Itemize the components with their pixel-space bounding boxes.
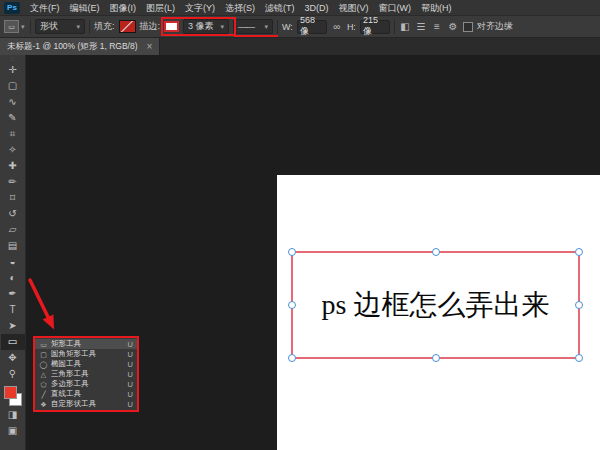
transform-handle[interactable]: [288, 301, 296, 309]
fill-label: 填充:: [94, 20, 115, 33]
transform-handle[interactable]: [432, 248, 440, 256]
path-arrangement-icon[interactable]: ≡: [431, 21, 443, 32]
eraser-tool[interactable]: ▱: [1, 222, 25, 238]
annotation-underline: [234, 35, 278, 37]
flyout-item-label: 三角形工具: [51, 369, 125, 379]
toolbar: ∷ ✛ ▢ ∿ ✎ ⌗ ✧ ✚ ✏ ⌑ ↺ ▱ ▤ ◒ ◐ ✒ T ➤ ▭ ✥ …: [0, 55, 26, 450]
menu-3d[interactable]: 3D(D): [300, 0, 334, 16]
polygon-icon: ⬠: [39, 381, 48, 388]
transform-handle[interactable]: [288, 248, 296, 256]
tool-mode-select[interactable]: 形状 ▾: [35, 19, 85, 34]
flyout-item-rectangle-tool[interactable]: ▭ 矩形工具 U: [35, 339, 137, 349]
document-tab[interactable]: 未标题-1 @ 100% (矩形 1, RGB/8) ×: [0, 38, 160, 55]
document-tab-title: 未标题-1 @ 100% (矩形 1, RGB/8): [7, 41, 138, 53]
path-alignment-icon[interactable]: ☰: [415, 21, 427, 32]
menu-filter[interactable]: 滤镜(T): [260, 0, 300, 16]
marquee-tool[interactable]: ▢: [1, 78, 25, 94]
separator: [30, 20, 31, 34]
transform-handle[interactable]: [575, 354, 583, 362]
transform-handle[interactable]: [575, 248, 583, 256]
flyout-item-label: 椭圆工具: [51, 359, 125, 369]
triangle-icon: △: [39, 371, 48, 378]
path-operations-icon[interactable]: ◧: [399, 21, 411, 32]
chevron-down-icon: ▾: [21, 23, 25, 30]
history-brush-tool[interactable]: ↺: [1, 206, 25, 222]
menu-help[interactable]: 帮助(H): [416, 0, 457, 16]
separator: [277, 20, 278, 34]
gear-icon[interactable]: ⚙: [447, 21, 459, 32]
clone-stamp-tool[interactable]: ⌑: [1, 190, 25, 206]
stroke-width-value: 3 像素: [188, 20, 214, 33]
flyout-item-label: 多边形工具: [51, 379, 125, 389]
menu-window[interactable]: 窗口(W): [374, 0, 417, 16]
menu-view[interactable]: 视图(V): [334, 0, 374, 16]
link-dimensions-icon[interactable]: ∞: [331, 21, 343, 32]
stroke-type-select[interactable]: —— ▾: [233, 19, 273, 34]
stroke-type-sample: ——: [238, 22, 254, 32]
flyout-item-triangle-tool[interactable]: △ 三角形工具 U: [35, 369, 137, 379]
path-selection-tool[interactable]: ➤: [1, 318, 25, 334]
transform-handle[interactable]: [575, 301, 583, 309]
align-edges-label: 对齐边缘: [477, 20, 513, 33]
flyout-item-shortcut: U: [128, 370, 133, 379]
dodge-tool[interactable]: ◐: [1, 270, 25, 286]
height-field[interactable]: 215 像: [360, 20, 390, 34]
menu-file[interactable]: 文件(F): [25, 0, 65, 16]
flyout-item-rounded-rectangle-tool[interactable]: ▢ 圆角矩形工具 U: [35, 349, 137, 359]
flyout-item-label: 圆角矩形工具: [51, 349, 125, 359]
quick-selection-tool[interactable]: ✎: [1, 110, 25, 126]
transform-handle[interactable]: [432, 354, 440, 362]
flyout-item-shortcut: U: [128, 400, 133, 409]
shape-rectangle[interactable]: ps 边框怎么弄出来: [291, 251, 580, 359]
menu-image[interactable]: 图像(I): [105, 0, 142, 16]
tool-preset-picker[interactable]: ▭ ▾: [4, 20, 26, 33]
brush-tool[interactable]: ✏: [1, 174, 25, 190]
spot-healing-tool[interactable]: ✚: [1, 158, 25, 174]
screen-mode-icon[interactable]: ▣: [1, 423, 25, 439]
photoshop-logo: Ps: [4, 2, 20, 14]
gradient-tool[interactable]: ▤: [1, 238, 25, 254]
flyout-item-label: 矩形工具: [51, 339, 125, 349]
document-canvas[interactable]: ps 边框怎么弄出来: [277, 175, 600, 450]
move-tool[interactable]: ✛: [1, 62, 25, 78]
separator: [394, 20, 395, 34]
flyout-item-ellipse-tool[interactable]: ◯ 椭圆工具 U: [35, 359, 137, 369]
lasso-tool[interactable]: ∿: [1, 94, 25, 110]
menu-select[interactable]: 选择(S): [220, 0, 260, 16]
foreground-color-swatch[interactable]: [4, 386, 17, 399]
stroke-color-swatch[interactable]: [164, 21, 179, 32]
width-field-value: 568 像: [300, 15, 324, 38]
width-field-label: W:: [282, 22, 293, 32]
chevron-down-icon: ▾: [265, 23, 269, 30]
tool-mode-value: 形状: [40, 20, 58, 33]
flyout-item-shortcut: U: [128, 360, 133, 369]
flyout-item-polygon-tool[interactable]: ⬠ 多边形工具 U: [35, 379, 137, 389]
rectangle-tool[interactable]: ▭: [1, 334, 25, 350]
menu-type[interactable]: 文字(Y): [180, 0, 220, 16]
blur-tool[interactable]: ◒: [1, 254, 25, 270]
fill-color-swatch[interactable]: [119, 20, 136, 33]
type-tool[interactable]: T: [1, 302, 25, 318]
pen-tool[interactable]: ✒: [1, 286, 25, 302]
flyout-item-shortcut: U: [128, 340, 133, 349]
width-field[interactable]: 568 像: [297, 20, 327, 34]
flyout-item-shortcut: U: [128, 390, 133, 399]
custom-shape-icon: ❖: [39, 401, 48, 408]
zoom-tool[interactable]: ⚲: [1, 366, 25, 382]
flyout-item-label: 自定形状工具: [51, 399, 125, 409]
align-edges-checkbox[interactable]: [463, 22, 473, 32]
quick-mask-icon[interactable]: ◨: [1, 407, 25, 423]
crop-tool[interactable]: ⌗: [1, 126, 25, 142]
flyout-item-line-tool[interactable]: ╱ 直线工具 U: [35, 389, 137, 399]
menu-layer[interactable]: 图层(L): [141, 0, 180, 16]
menu-edit[interactable]: 编辑(E): [65, 0, 105, 16]
eyedropper-tool[interactable]: ✧: [1, 142, 25, 158]
flyout-item-custom-shape-tool[interactable]: ❖ 自定形状工具 U: [35, 399, 137, 409]
transform-handle[interactable]: [288, 354, 296, 362]
close-icon[interactable]: ×: [147, 42, 153, 52]
stroke-width-select[interactable]: 3 像素 ▾: [183, 19, 229, 34]
hand-tool[interactable]: ✥: [1, 350, 25, 366]
rectangle-icon: ▭: [39, 341, 48, 348]
height-field-value: 215 像: [363, 15, 387, 38]
ellipse-icon: ◯: [39, 361, 48, 368]
